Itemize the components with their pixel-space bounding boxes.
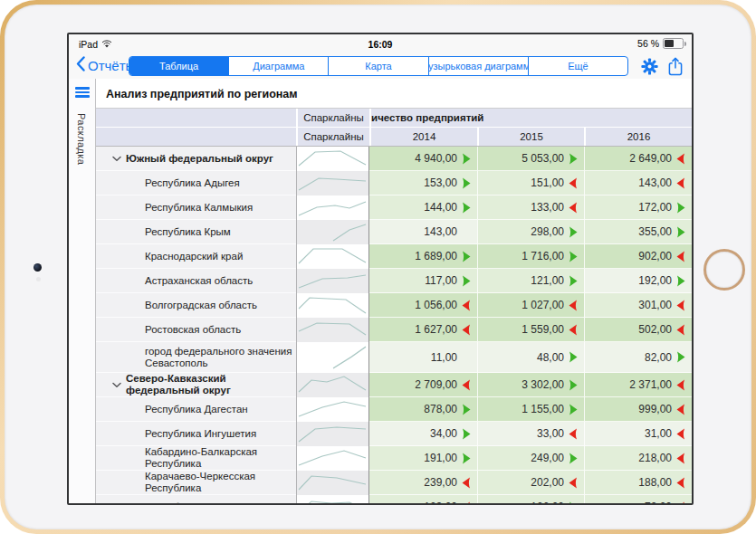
sparkline-cell[interactable] — [296, 195, 369, 220]
value-cell-2015[interactable]: 5 053,00 — [477, 147, 584, 171]
sparkline-cell[interactable] — [296, 318, 369, 342]
sparkline-cell[interactable] — [296, 244, 369, 269]
value-cell-2014[interactable]: 1 689,00 — [369, 244, 477, 269]
sparkline-cell[interactable] — [296, 220, 369, 244]
sparkline-cell[interactable] — [296, 397, 369, 422]
sparkline-cell[interactable] — [296, 293, 369, 318]
region-label-cell[interactable]: город федерального значения Севастополь — [96, 342, 296, 373]
header-year-2016[interactable]: 2016 — [584, 128, 692, 146]
value-cell-2014[interactable]: 2 709,00 — [369, 373, 477, 397]
settings-button[interactable] — [641, 58, 658, 75]
tab-4[interactable]: Ещё — [528, 57, 627, 75]
region-label-cell[interactable]: Республика Калмыкия — [96, 195, 296, 220]
value-cell-2015[interactable]: 133,00 — [477, 195, 584, 220]
value-cell-2014[interactable]: 191,00 — [369, 446, 477, 471]
value-text: 301,00 — [638, 299, 672, 311]
value-cell-2014[interactable]: 144,00 — [369, 195, 477, 220]
value-cell-2014[interactable]: 1 056,00 — [369, 293, 477, 318]
region-label-cell[interactable]: Республика Крым — [96, 220, 296, 244]
sparkline-cell[interactable] — [296, 342, 369, 373]
value-cell-2014[interactable]: 11,00 — [369, 342, 477, 373]
region-label-cell[interactable]: Кабардино-Балкарская Республика — [96, 446, 296, 471]
value-cell-2015[interactable]: 202,00 — [477, 471, 584, 495]
value-cell-2014[interactable]: 34,00 — [369, 422, 477, 446]
value-cell-2016[interactable]: 999,00 — [584, 397, 692, 422]
share-button[interactable] — [668, 57, 683, 76]
sparkline-cell[interactable] — [296, 171, 369, 195]
value-cell-2015[interactable]: 1 155,00 — [477, 397, 584, 422]
value-cell-2016[interactable]: 31,00 — [584, 422, 692, 446]
value-cell-2015[interactable]: 48,00 — [477, 342, 584, 373]
value-cell-2014[interactable]: 878,00 — [369, 397, 477, 422]
region-label-cell[interactable]: Республика Дагестан — [96, 397, 296, 422]
region-label-cell[interactable]: Краснодарский край — [96, 244, 296, 269]
sparkline-cell[interactable] — [296, 373, 369, 397]
header-sparkline-group[interactable]: Спарклайны — [296, 109, 369, 127]
tab-2[interactable]: Карта — [328, 57, 427, 75]
tab-3[interactable]: Пузырьковая диаграмма — [428, 57, 528, 75]
sparkline-cell[interactable] — [296, 269, 369, 293]
value-cell-2015[interactable]: 151,00 — [477, 171, 584, 195]
value-cell-2015[interactable]: 1 716,00 — [477, 244, 584, 269]
value-cell-2016[interactable]: 82,00 — [584, 342, 692, 373]
region-label-cell[interactable]: Южный федеральный округ — [96, 147, 296, 171]
value-cell-2015[interactable]: 121,00 — [477, 269, 584, 293]
value-cell-2016[interactable]: 902,00 — [584, 244, 692, 269]
layout-tab[interactable]: Раскладка — [76, 113, 87, 165]
value-cell-2015[interactable]: 298,00 — [477, 220, 584, 244]
region-label-cell[interactable]: Северо-Кавказский федеральный округ — [96, 373, 296, 397]
trend-down-icon — [676, 324, 685, 336]
value-cell-2016[interactable]: 72,00 — [584, 495, 692, 503]
header-measure-group[interactable]: Количество предприятий — [369, 109, 692, 127]
value-cell-2016[interactable]: 192,00 — [584, 269, 692, 293]
value-cell-2016[interactable]: 301,00 — [584, 293, 692, 318]
value-cell-2016[interactable]: 2 371,00 — [584, 373, 692, 397]
value-cell-2016[interactable]: 188,00 — [584, 471, 692, 495]
value-cell-2015[interactable]: 126,00 — [477, 495, 584, 503]
value-cell-2015[interactable]: 249,00 — [477, 446, 584, 471]
value-cell-2014[interactable]: 117,00 — [369, 269, 477, 293]
value-cell-2014[interactable]: 143,00 — [369, 220, 477, 244]
region-label-cell[interactable]: Республика Адыгея — [96, 171, 296, 195]
value-cell-2014[interactable]: 153,00 — [369, 171, 477, 195]
hamburger-icon[interactable] — [75, 87, 90, 98]
value-cell-2016[interactable]: 2 649,00 — [584, 147, 692, 171]
tab-0[interactable]: Таблица — [129, 57, 228, 75]
tab-1[interactable]: Диаграмма — [228, 57, 328, 75]
trend-down-icon — [569, 177, 578, 189]
region-label-cell[interactable]: Астраханская область — [96, 269, 296, 293]
trend-down-icon — [462, 477, 471, 489]
header-year-2015[interactable]: 2015 — [477, 128, 584, 146]
sparkline-cell[interactable] — [296, 446, 369, 471]
value-cell-2016[interactable]: 218,00 — [584, 446, 692, 471]
back-button[interactable]: Отчёты — [76, 56, 135, 74]
value-cell-2014[interactable]: 239,00 — [369, 471, 477, 495]
header-sparkline[interactable]: Спарклайны — [296, 128, 369, 146]
header-year-2014[interactable]: 2014 — [369, 128, 477, 146]
value-cell-2016[interactable]: 355,00 — [584, 220, 692, 244]
region-label-cell[interactable]: Республика Ингушетия — [96, 422, 296, 446]
region-label-cell[interactable]: Республика Северная Осетия — [96, 495, 296, 503]
value-cell-2016[interactable]: 502,00 — [584, 318, 692, 342]
value-cell-2016[interactable]: 172,00 — [584, 195, 692, 220]
value-text: 133,00 — [531, 201, 564, 214]
sparkline-cell[interactable] — [296, 495, 369, 503]
value-cell-2015[interactable]: 3 302,00 — [477, 373, 584, 397]
value-cell-2015[interactable]: 1 559,00 — [477, 318, 584, 342]
value-cell-2014[interactable]: 1 627,00 — [369, 318, 477, 342]
value-cell-2015[interactable]: 33,00 — [477, 422, 584, 446]
value-cell-2014[interactable]: 123,00 — [369, 495, 477, 503]
value-cell-2015[interactable]: 1 027,00 — [477, 293, 584, 318]
sparkline-cell[interactable] — [296, 471, 369, 495]
home-button[interactable] — [703, 249, 745, 291]
chevron-down-icon[interactable] — [112, 156, 121, 162]
value-cell-2016[interactable]: 143,00 — [584, 171, 692, 195]
sparkline-cell[interactable] — [296, 422, 369, 446]
region-label-cell[interactable]: Волгоградская область — [96, 293, 296, 318]
region-label-cell[interactable]: Ростовская область — [96, 318, 296, 342]
region-label-cell[interactable]: Карачаево-Черкесская Республика — [96, 471, 296, 495]
chevron-down-icon[interactable] — [112, 382, 121, 388]
value-cell-2014[interactable]: 4 940,00 — [369, 147, 477, 171]
table-row: Волгоградская область1 056,001 027,00301… — [96, 293, 692, 318]
sparkline-cell[interactable] — [296, 147, 369, 171]
